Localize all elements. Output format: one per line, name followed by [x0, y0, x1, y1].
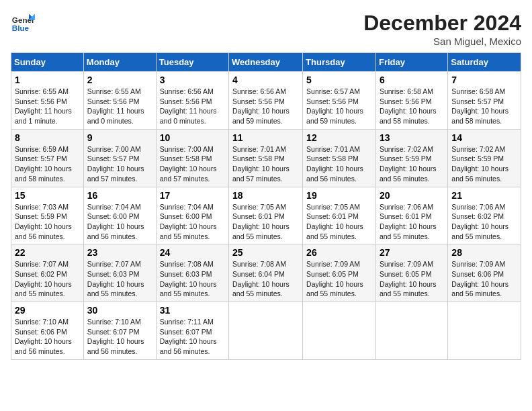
day-info: Sunrise: 7:05 AM Sunset: 6:01 PM Dayligh… [232, 202, 299, 242]
logo-icon: General Blue [11, 11, 35, 35]
calendar-cell: 30Sunrise: 7:10 AM Sunset: 6:07 PM Dayli… [83, 302, 156, 360]
calendar-cell: 25Sunrise: 7:08 AM Sunset: 6:04 PM Dayli… [229, 244, 303, 302]
calendar-cell: 11Sunrise: 7:01 AM Sunset: 5:58 PM Dayli… [229, 129, 303, 187]
column-header-thursday: Thursday [303, 53, 376, 72]
day-number: 13 [380, 132, 444, 143]
day-number: 16 [87, 190, 152, 201]
day-number: 18 [232, 190, 299, 201]
day-info: Sunrise: 7:02 AM Sunset: 5:59 PM Dayligh… [451, 144, 517, 184]
calendar-cell: 5Sunrise: 6:57 AM Sunset: 5:56 PM Daylig… [303, 72, 376, 130]
day-number: 12 [306, 132, 372, 143]
calendar-cell: 14Sunrise: 7:02 AM Sunset: 5:59 PM Dayli… [448, 129, 521, 187]
day-number: 21 [451, 190, 517, 201]
day-number: 28 [451, 247, 517, 258]
day-info: Sunrise: 7:09 AM Sunset: 6:05 PM Dayligh… [380, 259, 444, 299]
day-number: 22 [15, 247, 80, 258]
day-info: Sunrise: 7:04 AM Sunset: 6:00 PM Dayligh… [87, 202, 152, 242]
calendar-cell: 4Sunrise: 6:56 AM Sunset: 5:56 PM Daylig… [229, 72, 303, 130]
calendar-cell: 21Sunrise: 7:06 AM Sunset: 6:02 PM Dayli… [448, 187, 521, 244]
calendar-cell: 17Sunrise: 7:04 AM Sunset: 6:00 PM Dayli… [156, 187, 228, 244]
day-info: Sunrise: 7:04 AM Sunset: 6:00 PM Dayligh… [160, 202, 225, 242]
calendar-header-row: SundayMondayTuesdayWednesdayThursdayFrid… [11, 53, 521, 72]
day-info: Sunrise: 7:08 AM Sunset: 6:04 PM Dayligh… [232, 259, 299, 299]
calendar-cell: 16Sunrise: 7:04 AM Sunset: 6:00 PM Dayli… [83, 187, 156, 244]
calendar-cell: 31Sunrise: 7:11 AM Sunset: 6:07 PM Dayli… [156, 302, 228, 360]
day-number: 17 [160, 190, 225, 201]
calendar-cell: 13Sunrise: 7:02 AM Sunset: 5:59 PM Dayli… [375, 129, 447, 187]
column-header-monday: Monday [83, 53, 156, 72]
day-number: 8 [15, 132, 80, 143]
calendar-cell: 6Sunrise: 6:58 AM Sunset: 5:56 PM Daylig… [375, 72, 447, 130]
calendar-cell: 19Sunrise: 7:05 AM Sunset: 6:01 PM Dayli… [303, 187, 376, 244]
calendar-cell: 29Sunrise: 7:10 AM Sunset: 6:06 PM Dayli… [11, 302, 84, 360]
day-info: Sunrise: 7:10 AM Sunset: 6:06 PM Dayligh… [15, 317, 80, 357]
day-number: 2 [87, 75, 152, 85]
calendar-cell [303, 302, 376, 360]
header: General Blue December 2024 San Miguel, M… [11, 11, 521, 47]
day-number: 11 [232, 132, 299, 143]
calendar-cell: 15Sunrise: 7:03 AM Sunset: 5:59 PM Dayli… [11, 187, 84, 244]
title-area: December 2024 San Miguel, Mexico [363, 11, 521, 47]
day-number: 31 [160, 305, 225, 316]
day-number: 26 [306, 247, 372, 258]
day-info: Sunrise: 7:09 AM Sunset: 6:05 PM Dayligh… [306, 259, 372, 299]
day-info: Sunrise: 6:58 AM Sunset: 5:56 PM Dayligh… [380, 87, 444, 126]
day-number: 3 [160, 75, 225, 85]
calendar-cell: 10Sunrise: 7:00 AM Sunset: 5:58 PM Dayli… [156, 129, 228, 187]
location: San Miguel, Mexico [363, 36, 521, 47]
day-number: 1 [15, 75, 80, 85]
day-info: Sunrise: 6:58 AM Sunset: 5:57 PM Dayligh… [451, 87, 517, 126]
calendar-cell [448, 302, 521, 360]
day-number: 9 [87, 132, 152, 143]
day-info: Sunrise: 7:06 AM Sunset: 6:02 PM Dayligh… [451, 202, 517, 242]
day-info: Sunrise: 7:01 AM Sunset: 5:58 PM Dayligh… [232, 144, 299, 184]
calendar-cell: 3Sunrise: 6:56 AM Sunset: 5:56 PM Daylig… [156, 72, 228, 130]
calendar-cell: 20Sunrise: 7:06 AM Sunset: 6:01 PM Dayli… [375, 187, 447, 244]
day-info: Sunrise: 7:07 AM Sunset: 6:03 PM Dayligh… [87, 259, 152, 299]
day-number: 25 [232, 247, 299, 258]
day-info: Sunrise: 6:55 AM Sunset: 5:56 PM Dayligh… [87, 87, 152, 126]
calendar-cell [375, 302, 447, 360]
day-info: Sunrise: 7:11 AM Sunset: 6:07 PM Dayligh… [160, 317, 225, 357]
day-number: 24 [160, 247, 225, 258]
calendar-cell: 27Sunrise: 7:09 AM Sunset: 6:05 PM Dayli… [375, 244, 447, 302]
column-header-friday: Friday [375, 53, 447, 72]
column-header-wednesday: Wednesday [229, 53, 303, 72]
day-info: Sunrise: 7:05 AM Sunset: 6:01 PM Dayligh… [306, 202, 372, 242]
calendar-cell: 8Sunrise: 6:59 AM Sunset: 5:57 PM Daylig… [11, 129, 84, 187]
day-number: 29 [15, 305, 80, 316]
svg-text:Blue: Blue [12, 24, 30, 32]
day-info: Sunrise: 7:01 AM Sunset: 5:58 PM Dayligh… [306, 144, 372, 184]
calendar-cell: 22Sunrise: 7:07 AM Sunset: 6:02 PM Dayli… [11, 244, 84, 302]
calendar-week-row: 22Sunrise: 7:07 AM Sunset: 6:02 PM Dayli… [11, 244, 521, 302]
day-number: 4 [232, 75, 299, 85]
column-header-sunday: Sunday [11, 53, 84, 72]
day-info: Sunrise: 6:56 AM Sunset: 5:56 PM Dayligh… [232, 87, 299, 126]
calendar-table: SundayMondayTuesdayWednesdayThursdayFrid… [11, 52, 521, 360]
day-info: Sunrise: 6:55 AM Sunset: 5:56 PM Dayligh… [15, 87, 80, 126]
day-info: Sunrise: 6:57 AM Sunset: 5:56 PM Dayligh… [306, 87, 372, 126]
logo: General Blue [11, 11, 38, 35]
day-number: 5 [306, 75, 372, 85]
day-info: Sunrise: 7:07 AM Sunset: 6:02 PM Dayligh… [15, 259, 80, 299]
day-info: Sunrise: 7:03 AM Sunset: 5:59 PM Dayligh… [15, 202, 80, 242]
day-number: 15 [15, 190, 80, 201]
calendar-cell: 28Sunrise: 7:09 AM Sunset: 6:06 PM Dayli… [448, 244, 521, 302]
day-info: Sunrise: 7:00 AM Sunset: 5:57 PM Dayligh… [87, 144, 152, 184]
calendar-cell: 12Sunrise: 7:01 AM Sunset: 5:58 PM Dayli… [303, 129, 376, 187]
calendar-cell [229, 302, 303, 360]
day-info: Sunrise: 6:59 AM Sunset: 5:57 PM Dayligh… [15, 144, 80, 184]
day-info: Sunrise: 7:00 AM Sunset: 5:58 PM Dayligh… [160, 144, 225, 184]
calendar-week-row: 15Sunrise: 7:03 AM Sunset: 5:59 PM Dayli… [11, 187, 521, 244]
day-number: 19 [306, 190, 372, 201]
calendar-cell: 7Sunrise: 6:58 AM Sunset: 5:57 PM Daylig… [448, 72, 521, 130]
calendar-cell: 24Sunrise: 7:08 AM Sunset: 6:03 PM Dayli… [156, 244, 228, 302]
calendar-cell: 2Sunrise: 6:55 AM Sunset: 5:56 PM Daylig… [83, 72, 156, 130]
calendar-cell: 23Sunrise: 7:07 AM Sunset: 6:03 PM Dayli… [83, 244, 156, 302]
calendar-cell: 9Sunrise: 7:00 AM Sunset: 5:57 PM Daylig… [83, 129, 156, 187]
day-info: Sunrise: 7:06 AM Sunset: 6:01 PM Dayligh… [380, 202, 444, 242]
day-number: 6 [380, 75, 444, 85]
day-info: Sunrise: 6:56 AM Sunset: 5:56 PM Dayligh… [160, 87, 225, 126]
column-header-tuesday: Tuesday [156, 53, 228, 72]
calendar-cell: 1Sunrise: 6:55 AM Sunset: 5:56 PM Daylig… [11, 72, 84, 130]
